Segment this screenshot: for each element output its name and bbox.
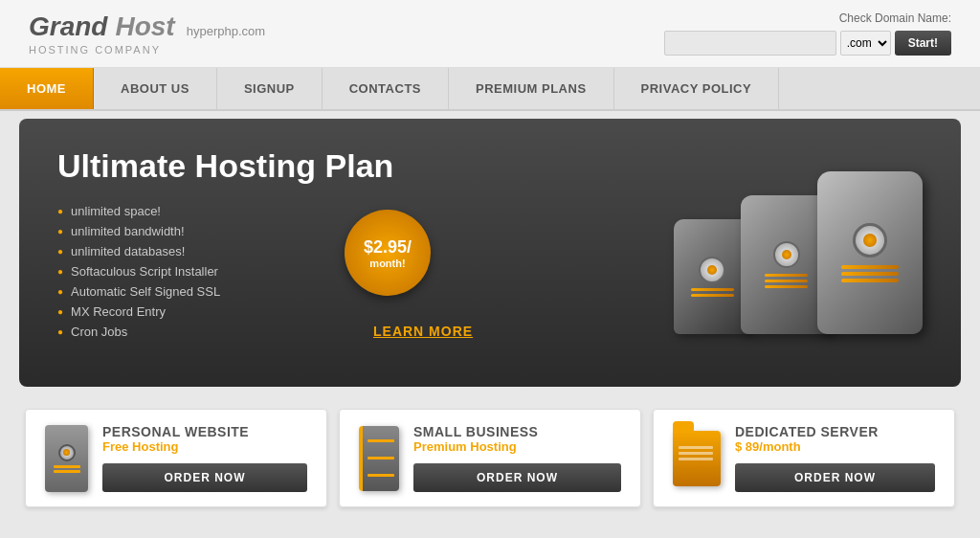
personal-card-info: PERSONAL WEBSITE Free Hosting ORDER NOW [102,424,307,492]
pc-slot [54,465,80,468]
personal-card-subtitle: Free Hosting [102,439,307,454]
server-eye-icon [773,241,800,268]
personal-card-title: PERSONAL WEBSITE [102,424,307,439]
personal-website-card: PERSONAL WEBSITE Free Hosting ORDER NOW [25,409,327,507]
business-card-title: SMALL BUSINESS [413,424,621,439]
nav-item-privacy[interactable]: PRIVACY POLICY [614,68,780,109]
hero-features-list: ● unlimited space! ● unlimited bandwidth… [57,204,616,339]
business-card-icon [359,426,399,491]
list-item: ● unlimited space! [57,204,616,218]
bullet-icon: ● [57,206,63,216]
pc-tower-icon [45,425,88,492]
folder-lines [673,431,721,466]
list-item: ● MX Record Entry [57,304,616,319]
price-period: month! [369,258,405,269]
bullet-icon: ● [57,326,63,337]
list-item: ● Automatic Self Signed SSL [57,284,616,299]
pc-slots [54,465,80,473]
bullet-icon: ● [57,286,63,297]
server-slot [841,265,899,269]
tower-line [368,474,394,477]
domain-input[interactable] [664,31,836,56]
server-slot [691,288,734,291]
server-slot [765,280,808,282]
folder-line [679,458,713,460]
domain-extension-select[interactable]: .com .net .org .info [840,31,891,56]
logo-grand: Grand [29,11,107,42]
server-slot [765,285,808,288]
server-slot [765,274,808,277]
business-card-subtitle: Premium Hosting [413,439,621,454]
folder-icon [673,431,721,486]
tower-icon [359,426,399,491]
list-item: ● Cron Jobs [57,325,616,339]
personal-card-icon [45,425,88,492]
logo-area: GrandHost hyperphp.com HOSTING COMPANY [29,11,265,56]
business-order-button[interactable]: ORDER NOW [413,463,621,492]
small-business-card: SMALL BUSINESS Premium Hosting ORDER NOW [339,409,641,507]
price-amount: $2.95/ [364,237,412,258]
server-slot [841,272,899,276]
business-card-info: SMALL BUSINESS Premium Hosting ORDER NOW [413,424,621,492]
server-large [817,171,923,334]
nav-item-signup[interactable]: SIGNUP [217,68,323,109]
server-slots [765,274,808,288]
domain-check-label: Check Domain Name: [839,11,951,25]
dedicated-server-card: DEDICATED SERVER $ 89/month ORDER NOW [653,409,955,507]
server-small [674,219,750,334]
cards-section: PERSONAL WEBSITE Free Hosting ORDER NOW … [0,394,980,522]
domain-check-area: Check Domain Name: .com .net .org .info … [664,11,951,56]
nav-item-premium[interactable]: PREMIUM PLANS [449,68,614,109]
dedicated-card-subtitle: $ 89/month [735,439,935,454]
dedicated-card-info: DEDICATED SERVER $ 89/month ORDER NOW [735,424,935,492]
server-eye-icon [853,223,887,258]
hero-server-image [616,147,923,358]
hero-banner: Ultimate Hosting Plan ● unlimited space!… [19,119,961,387]
tower-line [368,439,394,442]
learn-more-link[interactable]: LEARN MORE [373,324,473,339]
tower-line [368,457,394,460]
server-slots [691,288,734,297]
bullet-icon: ● [57,226,63,236]
dedicated-order-button[interactable]: ORDER NOW [735,463,935,492]
logo-subtitle: HOSTING COMPANY [29,44,265,56]
dedicated-card-title: DEDICATED SERVER [735,424,935,439]
nav-item-about[interactable]: ABOUT US [94,68,217,109]
bullet-icon: ● [57,266,63,277]
hero-content: Ultimate Hosting Plan ● unlimited space!… [57,147,616,358]
servers-illustration [681,171,923,334]
logo-text: GrandHost hyperphp.com [29,11,265,42]
bullet-icon: ● [57,306,63,317]
server-slots [841,265,899,282]
dedicated-card-icon [673,431,721,486]
folder-line [679,452,713,455]
start-button[interactable]: Start! [895,31,951,56]
pc-eye-icon [58,444,76,461]
pc-slot [54,470,80,473]
hero-title: Ultimate Hosting Plan [57,147,616,185]
main-nav: HOME ABOUT US SIGNUP CONTACTS PREMIUM PL… [0,68,980,111]
personal-order-button[interactable]: ORDER NOW [102,463,307,492]
server-eye-icon [699,257,725,283]
server-slot [691,294,734,297]
list-item: ● Softaculous Script Installer [57,264,616,279]
price-badge: $2.95/ month! [345,210,431,296]
folder-line [679,446,713,449]
bullet-icon: ● [57,246,63,257]
domain-input-row: .com .net .org .info Start! [664,31,951,56]
nav-item-home[interactable]: HOME [0,68,94,109]
list-item: ● unlimited databases! [57,244,616,258]
nav-item-contacts[interactable]: CONTACTS [323,68,449,109]
logo-domain: hyperphp.com [187,24,265,38]
server-slot [841,279,899,282]
list-item: ● unlimited bandwidth! [57,224,616,238]
header: GrandHost hyperphp.com HOSTING COMPANY C… [0,0,980,68]
logo-host: Host [115,11,174,42]
